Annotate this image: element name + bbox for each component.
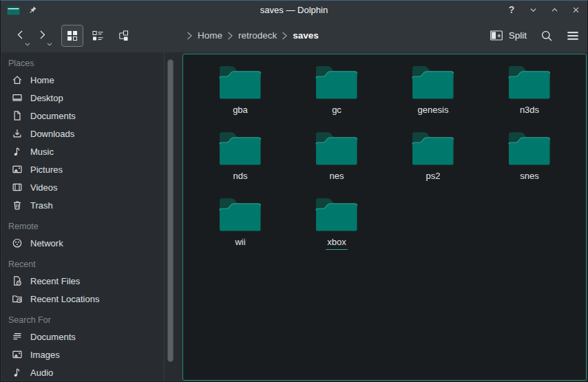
sidebar-item-label: Pictures bbox=[30, 165, 63, 175]
split-view-icon bbox=[490, 30, 503, 41]
split-button-label: Split bbox=[509, 30, 527, 41]
sidebar-item-documents[interactable]: Documents bbox=[1, 328, 164, 346]
window-title: saves — Dolphin bbox=[1, 5, 587, 15]
maximize-button[interactable] bbox=[549, 4, 560, 15]
sidebar-item-label: Downloads bbox=[30, 129, 74, 139]
breadcrumb-item-home[interactable]: Home bbox=[198, 30, 222, 41]
close-icon bbox=[571, 6, 580, 14]
help-button[interactable]: ? bbox=[506, 4, 517, 15]
folder-item-nes[interactable]: nes bbox=[288, 131, 385, 198]
window-controls: ? bbox=[506, 4, 581, 15]
arrow-forward-icon bbox=[36, 29, 48, 43]
pin-icon[interactable] bbox=[28, 6, 37, 14]
breadcrumb-item-saves[interactable]: saves bbox=[293, 30, 319, 41]
sidebar-item-label: Images bbox=[30, 350, 60, 360]
folder-item-nds[interactable]: nds bbox=[192, 131, 288, 198]
sidebar-section-header-search-for: Search For bbox=[1, 313, 164, 328]
folder-label: xbox bbox=[326, 237, 347, 250]
compact-view-button[interactable] bbox=[87, 25, 109, 47]
breadcrumb: Homeretrodecksaves bbox=[182, 19, 319, 52]
sidebar-item-recent-locations[interactable]: Recent Locations bbox=[1, 290, 164, 308]
icons-view-button[interactable] bbox=[61, 25, 83, 47]
folder-icon bbox=[315, 131, 358, 166]
close-button[interactable] bbox=[570, 4, 581, 15]
sidebar-item-music[interactable]: Music bbox=[1, 142, 164, 160]
view-compact-icon bbox=[92, 30, 103, 41]
breadcrumb-chevron-icon bbox=[282, 32, 288, 40]
titlebar-left bbox=[7, 5, 37, 15]
network-icon bbox=[12, 237, 23, 248]
search-icon bbox=[540, 30, 553, 42]
recent-files-icon bbox=[12, 275, 23, 286]
split-button[interactable]: Split bbox=[490, 30, 527, 41]
home-icon bbox=[12, 74, 23, 85]
sidebar-item-images[interactable]: Images bbox=[1, 346, 164, 363]
sidebar-item-desktop[interactable]: Desktop bbox=[1, 89, 164, 107]
sidebar-scrollbar-thumb[interactable] bbox=[167, 59, 174, 362]
sidebar-item-label: Videos bbox=[30, 182, 58, 193]
sidebar-item-network[interactable]: Network bbox=[1, 234, 164, 252]
folder-view: gbagcgenesisn3dsndsnesps2sneswiixbox bbox=[182, 54, 587, 381]
image-icon bbox=[12, 164, 23, 175]
folder-label: ps2 bbox=[425, 171, 442, 184]
view-icons-icon bbox=[67, 30, 78, 41]
folder-icon bbox=[508, 131, 551, 166]
folder-icon bbox=[412, 65, 454, 100]
folder-item-n3ds[interactable]: n3ds bbox=[481, 65, 578, 131]
folder-grid: gbagcgenesisn3dsndsnesps2sneswiixbox bbox=[183, 54, 586, 264]
sidebar-item-label: Documents bbox=[30, 111, 76, 121]
folder-item-xbox[interactable]: xbox bbox=[288, 198, 385, 264]
sidebar-item-trash[interactable]: Trash bbox=[1, 196, 164, 214]
menu-button[interactable] bbox=[567, 30, 579, 42]
chevron-down-icon bbox=[529, 6, 538, 14]
content-area: PlacesHomeDesktopDocumentsDownloadsMusic… bbox=[1, 52, 587, 381]
sidebar-item-label: Desktop bbox=[30, 93, 63, 103]
folder-label: gc bbox=[330, 105, 343, 118]
folder-label: genesis bbox=[417, 105, 450, 118]
breadcrumb-item-retrodeck[interactable]: retrodeck bbox=[238, 30, 277, 41]
document-icon bbox=[12, 110, 23, 121]
sidebar-item-audio[interactable]: Audio bbox=[1, 363, 164, 381]
folder-item-genesis[interactable]: genesis bbox=[385, 65, 481, 131]
folder-label: n3ds bbox=[518, 105, 540, 118]
folder-item-ps2[interactable]: ps2 bbox=[385, 131, 481, 198]
folder-icon bbox=[219, 65, 262, 100]
tree-view-button[interactable] bbox=[112, 25, 134, 47]
toolbar-right: Split bbox=[490, 30, 579, 42]
sidebar-item-label: Recent Locations bbox=[30, 294, 99, 304]
sidebar-section-header-remote: Remote bbox=[1, 220, 164, 234]
folder-icon bbox=[219, 131, 262, 166]
folder-icon bbox=[412, 131, 454, 166]
desktop-icon bbox=[12, 92, 23, 103]
help-icon: ? bbox=[509, 5, 515, 15]
folder-label: wii bbox=[233, 237, 246, 250]
search-button[interactable] bbox=[540, 30, 553, 42]
toolbar: Homeretrodecksaves Split bbox=[1, 19, 587, 52]
sidebar-item-recent-files[interactable]: Recent Files bbox=[1, 272, 164, 290]
video-icon bbox=[12, 182, 23, 193]
dolphin-folder-icon bbox=[7, 5, 20, 15]
back-button[interactable] bbox=[9, 23, 31, 48]
image-icon bbox=[12, 349, 23, 360]
hamburger-menu-icon bbox=[567, 30, 579, 42]
trash-icon bbox=[12, 200, 23, 211]
folder-item-gc[interactable]: gc bbox=[288, 65, 385, 131]
folder-icon bbox=[315, 198, 358, 232]
minimize-button[interactable] bbox=[527, 4, 538, 15]
folder-item-wii[interactable]: wii bbox=[192, 198, 288, 264]
sidebar-scrollbar-track[interactable] bbox=[164, 52, 176, 381]
sidebar-item-home[interactable]: Home bbox=[1, 71, 164, 89]
sidebar-item-label: Audio bbox=[30, 368, 53, 378]
sidebar-section-header-places: Places bbox=[1, 56, 164, 71]
sidebar-item-label: Documents bbox=[30, 332, 76, 342]
sidebar-item-downloads[interactable]: Downloads bbox=[1, 125, 164, 142]
sidebar-item-pictures[interactable]: Pictures bbox=[1, 160, 164, 178]
sidebar-item-documents[interactable]: Documents bbox=[1, 107, 164, 125]
sidebar-item-label: Music bbox=[30, 147, 54, 157]
folder-item-gba[interactable]: gba bbox=[192, 65, 288, 131]
folder-item-snes[interactable]: snes bbox=[481, 131, 578, 198]
forward-button[interactable] bbox=[31, 23, 53, 48]
sidebar-section-header-recent: Recent bbox=[1, 257, 164, 272]
music-note-icon bbox=[12, 146, 23, 157]
sidebar-item-videos[interactable]: Videos bbox=[1, 178, 164, 196]
